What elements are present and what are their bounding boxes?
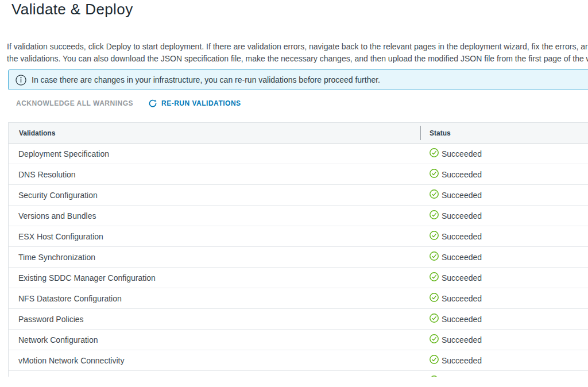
acknowledge-all-warnings-label: ACKNOWLEDGE ALL WARNINGS [16,99,133,107]
page-title: Validate & Deploy [11,1,133,18]
success-circle-icon [430,169,439,180]
success-circle-icon [430,189,439,200]
validation-name: Versions and Bundles [9,211,421,220]
description-line-2: the validations. You can also download t… [7,53,588,65]
table-row: DNS Resolution Succeeded [9,164,588,185]
status-cell: Succeeded [421,231,482,242]
validation-name: Existing SDDC Manager Configuration [9,273,421,282]
actions-toolbar: ACKNOWLEDGE ALL WARNINGS RE-RUN VALIDATI… [16,98,241,109]
page-description: If validation succeeds, click Deploy to … [7,41,588,65]
status-cell: Succeeded [421,272,482,283]
success-circle-icon [430,210,439,221]
validation-name: Deployment Specification [9,149,421,158]
status-label: Succeeded [442,294,482,303]
validation-name: Network Configuration [9,335,421,345]
refresh-icon [148,99,157,108]
success-circle-icon [430,272,439,283]
table-row: NFS Datastore Configuration Succeeded [9,288,588,309]
success-circle-icon [430,376,439,377]
table-row: Time Synchronization Succeeded [9,247,588,268]
status-cell: Succeeded [421,334,482,345]
validation-rows: Deployment Specification Succeeded DNS R… [9,144,588,371]
status-cell: Succeeded [421,169,482,180]
table-row: vMotion Network Connectivity Succeeded [9,350,588,371]
status-cell: Succeeded [421,189,482,200]
status-cell: Succeeded [421,148,482,159]
validations-table: Validations Status Deployment Specificat… [8,122,588,377]
status-label: Succeeded [442,335,482,345]
validation-name: Security Configuration [9,191,421,200]
status-label: Succeeded [442,191,482,200]
validation-name: Password Policies [9,315,421,324]
description-line-1: If validation succeeds, click Deploy to … [7,41,588,53]
status-cell: Succeeded [421,210,482,221]
table-row: Deployment Specification Succeeded [9,144,588,164]
validations-table-wrapper: Validations Status Deployment Specificat… [8,122,588,377]
validation-name: ESX Host Configuration [9,232,421,241]
status-cell: Succeeded [421,355,482,366]
validation-name: NFS Datastore Configuration [9,294,421,303]
validation-name: Time Synchronization [9,253,421,262]
success-circle-icon [430,334,439,345]
table-header: Validations Status [9,123,588,144]
column-header-status-label: Status [430,129,451,137]
status-label: Succeeded [442,356,482,365]
status-cell: Succeeded [421,251,482,262]
status-cell [421,376,439,377]
banner-text: In case there are changes in your infras… [32,75,380,84]
info-circle-icon [16,75,26,86]
status-label: Succeeded [442,253,482,262]
acknowledge-all-warnings-button[interactable]: ACKNOWLEDGE ALL WARNINGS [16,99,133,107]
table-row: Existing SDDC Manager Configuration Succ… [9,268,588,288]
status-label: Succeeded [442,211,482,220]
status-cell: Succeeded [421,293,482,304]
success-circle-icon [430,293,439,304]
validation-name: vMotion Network Connectivity [9,356,421,365]
column-header-validations-label: Validations [19,129,55,137]
success-circle-icon [430,314,439,324]
table-row-partial [9,371,588,377]
success-circle-icon [430,148,439,159]
rerun-validations-label: RE-RUN VALIDATIONS [161,99,241,107]
table-row: Security Configuration Succeeded [9,185,588,206]
validation-name: DNS Resolution [9,170,421,179]
rerun-validations-button[interactable]: RE-RUN VALIDATIONS [148,99,241,108]
status-label: Succeeded [442,170,482,179]
success-circle-icon [430,231,439,242]
column-header-validations: Validations [9,123,421,143]
column-header-status: Status [421,129,451,137]
table-row: Password Policies Succeeded [9,309,588,330]
table-row: Network Configuration Succeeded [9,330,588,350]
status-label: Succeeded [442,315,482,324]
status-label: Succeeded [442,232,482,241]
status-label: Succeeded [442,273,482,282]
success-circle-icon [430,355,439,366]
status-label: Succeeded [442,149,482,158]
table-row: Versions and Bundles Succeeded [9,206,588,226]
success-circle-icon [430,251,439,262]
info-banner: In case there are changes in your infras… [8,69,588,90]
status-cell: Succeeded [421,314,482,324]
table-row: ESX Host Configuration Succeeded [9,226,588,247]
